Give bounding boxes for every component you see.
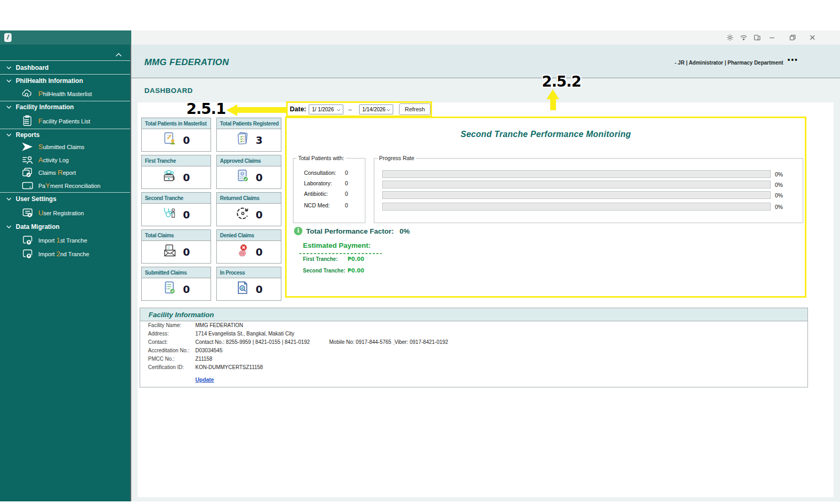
sidebar-section-label: PhilHealth Information	[16, 77, 83, 85]
annotation-arrow-left	[226, 104, 237, 116]
sidebar-item-activity-log[interactable]: Activity Log	[0, 153, 130, 166]
card-total-patients-registered: Total Patients Registered 3	[216, 118, 281, 152]
titlebar: /	[0, 30, 840, 45]
doc-approved-icon	[235, 169, 250, 186]
minimize-button[interactable]	[768, 34, 776, 41]
denied-hand-icon	[235, 243, 250, 260]
facility-row-name: Facility Name:MMG FEDERATION	[148, 322, 181, 328]
facility-row-accreditation: Accreditation No.:D03034545	[148, 348, 190, 353]
progress-bar-consultation	[382, 170, 771, 178]
chevron-down-icon	[6, 225, 12, 228]
claims-report-icon	[21, 166, 34, 179]
chevron-down-icon	[386, 107, 391, 112]
page-title: DASHBOARD	[144, 87, 193, 94]
sidebar-item-facility-patients-list[interactable]: Facility Patients List	[0, 113, 130, 129]
titlebar-brand-strip: /	[0, 30, 131, 45]
total-patients-groupbox: Total Patients with: Consultation:0 Labo…	[293, 158, 365, 223]
patients-row-laboratory: Laboratory:0	[304, 180, 363, 186]
sidebar-item-dashboard[interactable]: Dashboard	[0, 61, 130, 74]
sidebar-section-philhealth[interactable]: PhilHealth Information	[0, 75, 130, 87]
sidebar-item-import-2nd-tranche[interactable]: Import 2nd Tranche	[0, 247, 130, 260]
first-tranche-payment: First Tranche:₱0.00	[303, 256, 338, 262]
sidebar-item-label: Claims Report	[38, 169, 76, 176]
progress-rate-groupbox: Progress Rate 0% 0% 0% 0%	[374, 158, 803, 223]
chevron-down-icon	[6, 133, 12, 136]
progress-bar-laboratory	[382, 181, 771, 188]
sidebar-item-label: Activity Log	[38, 156, 69, 164]
stat-cards: Total Patients in Masterlist 0 Total Pat…	[141, 118, 281, 301]
sidebar-section-reports[interactable]: Reports	[0, 129, 130, 140]
sidebar-item-claims-report[interactable]: Claims Report	[0, 166, 130, 179]
sidebar: Dashboard PhilHealth Information PhilHea…	[0, 45, 131, 501]
chevron-down-icon	[6, 66, 12, 69]
sidebar-collapse-button[interactable]	[0, 45, 130, 60]
window-switch-icon[interactable]	[753, 34, 761, 41]
sidebar-item-user-registration[interactable]: User Registration	[0, 205, 130, 220]
card-total-claims: Total Claims 0	[141, 229, 211, 264]
main-content: MMG FEDERATION - JR | Administrator | Ph…	[131, 45, 840, 501]
send-icon	[21, 141, 34, 153]
date-label: Date:	[290, 106, 306, 113]
patients-row-consultation: Consultation:0	[304, 170, 363, 176]
annotation-2-5-2: 2.5.2	[542, 73, 581, 90]
sidebar-section-facility[interactable]: Facility Information	[0, 101, 130, 113]
brand-title: MMG FEDERATION	[144, 57, 229, 68]
card-returned-claims: Returned Claims 0	[216, 192, 281, 226]
doc-search-icon	[235, 280, 250, 298]
user-info: - JR | Administrator | Pharmacy Departme…	[675, 60, 783, 66]
card-submitted-claims: Submitted Claims 0	[141, 267, 211, 301]
maximize-button[interactable]	[789, 34, 796, 41]
sidebar-item-philhealth-masterlist[interactable]: PhilHealth Masterlist	[0, 87, 130, 101]
sidebar-item-import-1st-tranche[interactable]: Import 1st Tranche	[0, 233, 130, 247]
info-icon: i	[294, 227, 302, 235]
performance-monitoring-panel: Second Tranche Performance Monitoring To…	[285, 117, 806, 298]
sidebar-item-label: PhilHealth Masterlist	[38, 90, 92, 98]
facility-information-panel: Facility Information Facility Name:MMG F…	[140, 308, 808, 387]
card-total-patients-masterlist: Total Patients in Masterlist 0	[141, 118, 211, 152]
app-logo-icon: /	[4, 33, 12, 42]
annotation-2-5-1: 2.5.1	[186, 100, 226, 118]
sidebar-section-data-migration[interactable]: Data Migration	[0, 220, 130, 233]
sidebar-section-label: User Settings	[16, 195, 56, 203]
mail-doc-icon	[162, 243, 177, 260]
chevron-down-icon	[6, 197, 12, 201]
sidebar-item-label: Import 1st Tranche	[38, 236, 87, 244]
chevron-down-icon	[337, 107, 341, 112]
sidebar-section-user-settings[interactable]: User Settings	[0, 193, 130, 205]
sidebar-item-label: Import 2nd Tranche	[38, 250, 89, 258]
cloud-search-icon	[21, 88, 34, 100]
patients-row-ncd-med: NCD Med:0	[304, 202, 363, 208]
progress-bar-ncd-med	[382, 203, 771, 211]
chevron-down-icon	[6, 79, 12, 82]
doc-sent-icon	[162, 280, 177, 298]
sidebar-section-label: Reports	[16, 131, 39, 139]
refresh-button[interactable]: Refresh	[399, 103, 430, 115]
total-performance-factor: i Total Performance Factor: 0%	[294, 227, 410, 235]
credit-card-icon	[21, 180, 34, 192]
overflow-menu-button[interactable]: •••	[788, 56, 799, 64]
stethoscope-icon	[162, 206, 177, 223]
card-first-tranche: First Tranche 0	[141, 155, 211, 189]
clipboard-icon	[21, 114, 34, 127]
dashboard-panel: 2.5.1 Date: 1/ 1/2026 – 1/14/2026 Refres…	[138, 102, 834, 497]
sidebar-item-label: Submitted Claims	[38, 143, 85, 151]
wifi-icon[interactable]	[740, 34, 748, 41]
date-from-picker[interactable]: 1/ 1/2026	[309, 104, 343, 114]
settings-icon[interactable]	[726, 34, 734, 41]
sidebar-item-payment-reconciliation[interactable]: PaYment Reconciliation	[0, 179, 130, 192]
import-icon	[21, 247, 34, 260]
date-filter-group: Date: 1/ 1/2026 – 1/14/2026 Refresh	[286, 101, 432, 117]
facility-row-contact: Contact:Contact No.: 8255-9959 | 8421-01…	[148, 339, 167, 345]
import-icon	[21, 234, 34, 246]
date-to-picker[interactable]: 1/14/2026	[359, 104, 394, 114]
docs-check-icon	[235, 131, 250, 149]
user-card-plus-icon	[21, 206, 34, 219]
sidebar-item-submitted-claims[interactable]: Submitted Claims	[0, 140, 130, 153]
update-link[interactable]: Update	[195, 376, 214, 383]
annotation-arrow-up	[547, 89, 559, 99]
estimated-payment-label: Estimated Payment:	[303, 242, 371, 249]
sidebar-section-label: Facility Information	[16, 103, 74, 111]
sidebar-item-label: User Registration	[38, 209, 84, 217]
date-range-dash: –	[349, 106, 352, 112]
close-button[interactable]	[808, 34, 816, 41]
